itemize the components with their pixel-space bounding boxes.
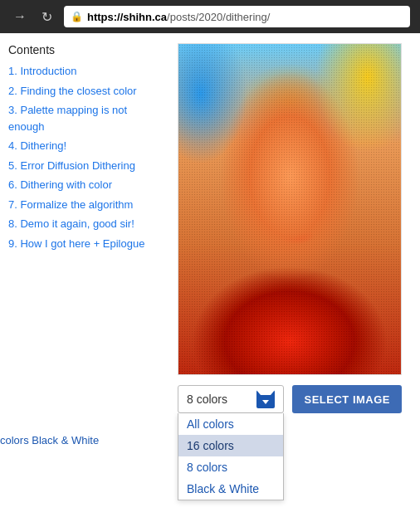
toc-item-3[interactable]: 3. Palette mapping is not enough: [8, 100, 166, 136]
controls-bar: 8 colors All colors 16 colors 8 colors B…: [178, 385, 402, 413]
url-text: https://shihn.ca/posts/2020/dithering/: [87, 11, 270, 23]
select-image-button[interactable]: SELECT IMAGE: [292, 385, 402, 413]
lock-icon: 🔒: [71, 11, 83, 22]
page-content: Contents 1. Introduction 2. Finding the …: [0, 33, 420, 422]
color-dropdown[interactable]: 8 colors: [178, 385, 284, 413]
toc-item-4[interactable]: 4. Dithering!: [8, 136, 166, 156]
dropdown-menu: All colors 16 colors 8 colors Black & Wh…: [178, 413, 284, 500]
bottom-label-text: colors Black & White: [0, 434, 99, 446]
toc-item-8[interactable]: 8. Demo it again, good sir!: [8, 214, 166, 234]
dropdown-current-value: 8 colors: [187, 393, 227, 406]
chevron-down-icon: [262, 400, 269, 404]
dropdown-option-bw[interactable]: Black & White: [178, 478, 283, 500]
dropdown-option-all[interactable]: All colors: [178, 413, 283, 435]
dropdown-arrow-btn[interactable]: [256, 390, 275, 408]
back-button[interactable]: →: [10, 7, 30, 26]
url-domain: https://shihn.ca: [87, 11, 167, 23]
dithered-image: [178, 43, 402, 375]
address-bar[interactable]: 🔒 https://shihn.ca/posts/2020/dithering/: [64, 6, 410, 27]
toc-item-1[interactable]: 1. Introduction: [8, 61, 166, 81]
dithered-image-canvas: [178, 44, 401, 374]
toc-list: 1. Introduction 2. Finding the closest c…: [8, 61, 166, 253]
main-area: 8 colors All colors 16 colors 8 colors B…: [178, 43, 412, 413]
toc-item-7[interactable]: 7. Formalize the algorithm: [8, 195, 166, 215]
table-of-contents: Contents 1. Introduction 2. Finding the …: [8, 43, 166, 413]
refresh-button[interactable]: ↻: [38, 7, 56, 27]
dropdown-option-16[interactable]: 16 colors: [178, 435, 283, 456]
color-dropdown-wrapper: 8 colors All colors 16 colors 8 colors B…: [178, 385, 284, 413]
bottom-color-label: colors Black & White: [0, 434, 166, 446]
toc-item-6[interactable]: 6. Dithering with color: [8, 175, 166, 195]
toc-item-9[interactable]: 9. How I got here + Epilogue: [8, 234, 166, 254]
browser-toolbar: → ↻ 🔒 https://shihn.ca/posts/2020/dither…: [0, 0, 420, 33]
toc-item-2[interactable]: 2. Finding the closest color: [8, 81, 166, 101]
url-path: /posts/2020/dithering/: [167, 11, 270, 23]
dropdown-option-8[interactable]: 8 colors: [178, 456, 283, 478]
toc-title: Contents: [8, 43, 166, 56]
toc-item-5[interactable]: 5. Error Diffusion Dithering: [8, 156, 166, 176]
